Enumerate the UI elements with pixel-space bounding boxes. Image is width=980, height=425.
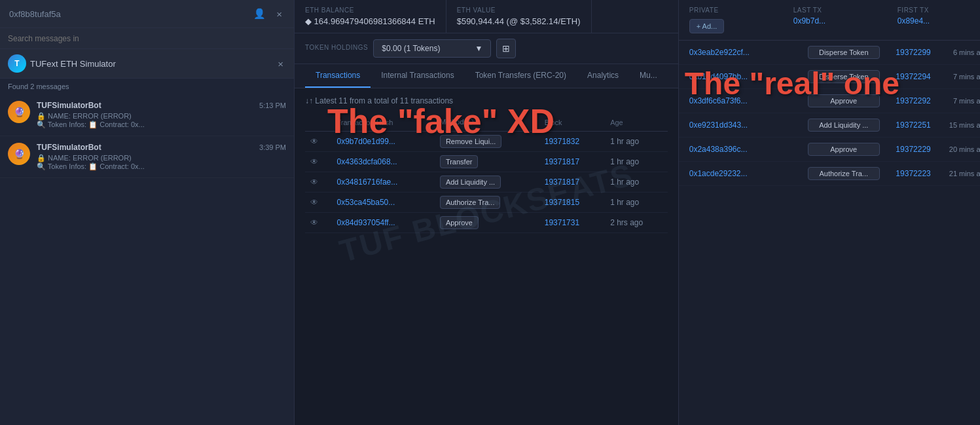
tab-token-transfers[interactable]: Token Transfers (ERC-20) xyxy=(465,64,577,88)
right-tx-hash[interactable]: 0xe9231dd343... xyxy=(689,120,803,130)
right-tx-hash[interactable]: 0x3eab2e922cf... xyxy=(689,48,803,57)
table-row: 👁 0x84d937054ff... Approve 19371731 2 hr… xyxy=(305,213,668,233)
token-holdings-label: TOKEN HOLDINGS xyxy=(305,44,368,51)
col-block: Block xyxy=(539,113,605,132)
right-block-link[interactable]: 19372292 xyxy=(885,96,931,105)
tx-method-cell: Approve xyxy=(435,213,539,233)
right-age-text: 20 mins ago xyxy=(936,145,980,153)
right-tx-hash[interactable]: 0x2a438a396c... xyxy=(689,145,803,154)
right-age-text: 7 mins ago xyxy=(936,73,980,81)
eye-cell: 👁 xyxy=(305,193,332,213)
method-badge: Remove Liqui... xyxy=(440,135,501,148)
right-tx-row: 0x2a438a396c... Approve 19372229 20 mins… xyxy=(679,138,980,162)
message-list: 🔮 TUFSimulatorBot 5:13 PM 🔒 NAME: ERROR … xyxy=(0,94,294,425)
search-input[interactable] xyxy=(8,34,286,43)
method-badge: Transfer xyxy=(440,155,479,168)
message-item[interactable]: 🔮 TUFSimulatorBot 5:13 PM 🔒 NAME: ERROR … xyxy=(0,94,294,136)
right-private-label: PRIVATE xyxy=(689,7,780,14)
right-add-button[interactable]: + Ad... xyxy=(689,19,725,33)
msg-time-2: 3:39 PM xyxy=(259,143,286,151)
tab-analytics[interactable]: Analytics xyxy=(577,64,629,88)
col-method: Method ⓘ xyxy=(435,113,539,132)
close-channel-button[interactable]: × xyxy=(275,57,286,71)
right-block-link[interactable]: 19372294 xyxy=(885,72,931,81)
right-last-tx-hash[interactable]: 0x9b7d... xyxy=(793,16,884,26)
msg-sender-2: TUFSimulatorBot xyxy=(37,143,101,152)
eth-info-bar: ETH BALANCE ◆ 164.969479406981366844 ETH… xyxy=(295,0,678,33)
tx-hash-cell: 0x84d937054ff... xyxy=(332,213,435,233)
right-block-link[interactable]: 19372223 xyxy=(885,169,931,178)
age-text: 1 hr ago xyxy=(610,177,639,187)
right-tx-row: 0x1acde29232... Authorize Tra... 1937222… xyxy=(679,162,980,186)
tx-hash-link[interactable]: 0x9b7d0e1d99... xyxy=(337,137,395,146)
close-sidebar-button[interactable]: × xyxy=(274,7,285,21)
eye-cell: 👁 xyxy=(305,172,332,193)
msg-content-2: TUFSimulatorBot 3:39 PM 🔒 NAME: ERROR (E… xyxy=(37,143,286,171)
right-method-badge: Approve xyxy=(808,143,880,156)
right-block-link[interactable]: 19372299 xyxy=(885,48,931,57)
channel-name-group: T TUFext ETH Simulator xyxy=(8,54,116,73)
channel-header: T TUFext ETH Simulator × xyxy=(0,49,294,79)
col-icon xyxy=(305,113,332,132)
tab-more[interactable]: Mu... xyxy=(629,64,668,88)
msg-preview-1b: 🔍 Token Infos: 📋 Contract: 0x... xyxy=(37,120,286,129)
tx-block-cell: 19371832 xyxy=(539,132,605,152)
right-tx-hash[interactable]: 0x3df6c6a73f6... xyxy=(689,96,803,105)
tx-block-cell: 19371817 xyxy=(539,172,605,193)
eye-cell: 👁 xyxy=(305,152,332,172)
right-tx-hash[interactable]: 0x1acde29232... xyxy=(689,169,803,178)
right-first-tx-section: FIRST TX 0x89e4... xyxy=(898,7,980,33)
block-link[interactable]: 19371817 xyxy=(545,177,579,187)
tx-hash-link[interactable]: 0x84d937054ff... xyxy=(337,218,395,227)
found-messages-count: Found 2 messages xyxy=(0,79,294,94)
right-age-text: 6 mins ago xyxy=(936,48,980,56)
token-holdings-value: $0.00 (1 Tokens) xyxy=(382,44,440,53)
right-method-badge: Approve xyxy=(808,94,880,107)
age-text: 1 hr ago xyxy=(610,157,639,166)
token-holdings-bar: TOKEN HOLDINGS $0.00 (1 Tokens) ▼ ⊞ xyxy=(295,33,678,64)
eye-icon: 👁 xyxy=(310,157,318,166)
block-link[interactable]: 19371832 xyxy=(545,137,579,146)
token-holdings-dropdown[interactable]: $0.00 (1 Tokens) ▼ xyxy=(373,39,491,58)
right-first-tx-label: FIRST TX xyxy=(898,7,980,14)
right-tx-row: 0x3df6c6a73f6... Approve 19372292 7 mins… xyxy=(679,89,980,113)
msg-preview-1a: 🔒 NAME: ERROR (ERROR) xyxy=(37,112,286,120)
right-block-link[interactable]: 19372229 xyxy=(885,145,931,154)
sidebar-header-icons: 👤 × xyxy=(251,7,285,21)
tx-age-cell: 2 hrs ago xyxy=(605,213,668,233)
eth-balance-value: ◆ 164.969479406981366844 ETH xyxy=(305,16,435,26)
right-method-badge: Disperse Token xyxy=(808,46,880,59)
block-link[interactable]: 19371815 xyxy=(545,198,579,207)
method-badge: Add Liquidity ... xyxy=(440,176,501,189)
block-link[interactable]: 19371731 xyxy=(545,218,579,227)
msg-header-2: TUFSimulatorBot 3:39 PM xyxy=(37,143,286,152)
user-icon[interactable]: 👤 xyxy=(251,7,268,21)
tx-hash-link[interactable]: 0x4363dcfa068... xyxy=(337,157,397,166)
table-row: 👁 0x4363dcfa068... Transfer 19371817 1 h… xyxy=(305,152,668,172)
msg-avatar-1: 🔮 xyxy=(8,101,30,123)
tx-hash-cell: 0x4363dcfa068... xyxy=(332,152,435,172)
search-bar xyxy=(0,28,294,49)
tx-method-cell: Transfer xyxy=(435,152,539,172)
grid-view-button[interactable]: ⊞ xyxy=(496,39,516,58)
right-wrapper: The "real" one PRIVATE + Ad... LAST TX 0… xyxy=(678,0,980,425)
msg-content-1: TUFSimulatorBot 5:13 PM 🔒 NAME: ERROR (E… xyxy=(37,101,286,129)
tab-internal-transactions[interactable]: Internal Transactions xyxy=(371,64,464,88)
right-tx-row: 0xb1ed4097bb... Disperse Token 19372294 … xyxy=(679,65,980,89)
sidebar-address: 0xf8b8tufaf5a xyxy=(9,9,61,19)
tx-hash-link[interactable]: 0x53ca45ba50... xyxy=(337,198,395,207)
eye-cell: 👁 xyxy=(305,132,332,152)
tab-transactions[interactable]: Transactions xyxy=(305,64,371,88)
tx-hash-link[interactable]: 0x34816716fae... xyxy=(337,177,398,187)
right-tx-hash[interactable]: 0xb1ed4097bb... xyxy=(689,72,803,81)
transactions-table: Transaction Hash Method ⓘ Block Age 👁 0x… xyxy=(305,113,668,233)
msg-preview-2b: 🔍 Token Infos: 📋 Contract: 0x... xyxy=(37,162,286,171)
block-link[interactable]: 19371817 xyxy=(545,157,579,166)
msg-header-1: TUFSimulatorBot 5:13 PM xyxy=(37,101,286,110)
eth-value-section: ETH VALUE $590,944.44 (@ $3,582.14/ETH) xyxy=(446,0,592,33)
method-badge: Authorize Tra... xyxy=(440,196,501,209)
right-first-tx-hash[interactable]: 0x89e4... xyxy=(898,16,980,26)
right-private-section: PRIVATE + Ad... xyxy=(689,7,780,33)
right-block-link[interactable]: 19372251 xyxy=(885,120,931,130)
message-item[interactable]: 🔮 TUFSimulatorBot 3:39 PM 🔒 NAME: ERROR … xyxy=(0,136,294,178)
